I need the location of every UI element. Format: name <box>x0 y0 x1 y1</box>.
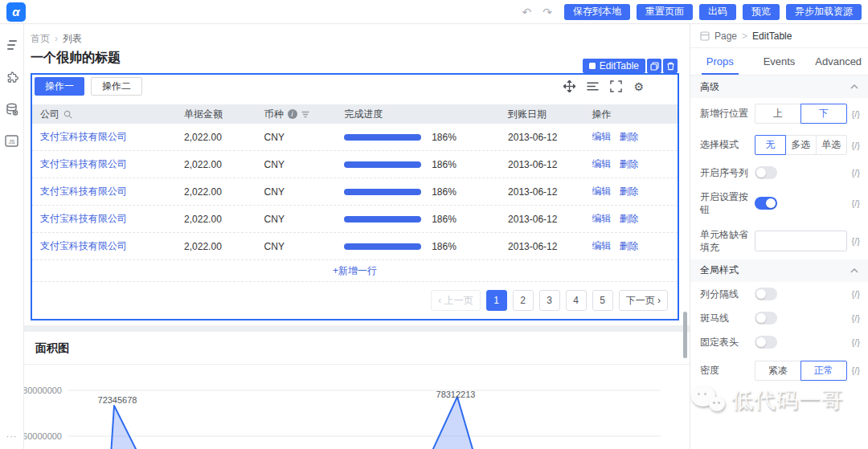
more-menu-icon[interactable]: ··· <box>0 431 23 441</box>
company-link[interactable]: 支付宝科技有限公司 <box>40 130 127 144</box>
edit-table-component[interactable]: EditTable 操作一 操作二 <box>31 73 679 320</box>
collapse-icon[interactable] <box>850 84 858 89</box>
info-icon[interactable]: i <box>288 109 297 119</box>
async-load-resource-button[interactable]: 异步加载资源 <box>786 4 862 20</box>
cell-default-fill-input[interactable] <box>755 231 847 251</box>
frame-select-icon[interactable] <box>610 80 622 92</box>
prop-row-settings-button: 开启设置按钮 {/} <box>690 185 868 222</box>
drag-move-icon[interactable] <box>563 80 575 92</box>
radio-option-compact[interactable]: 紧凑 <box>755 361 801 381</box>
delete-link[interactable]: 删除 <box>620 239 639 253</box>
breadcrumb-separator: › <box>55 33 58 44</box>
components-plugin-icon[interactable] <box>6 71 18 84</box>
edit-link[interactable]: 编辑 <box>592 157 612 171</box>
edit-link[interactable]: 编辑 <box>592 185 612 198</box>
bind-variable-icon[interactable]: {/} <box>852 109 860 119</box>
breadcrumb-current-node[interactable]: EditTable <box>752 31 792 42</box>
bind-variable-icon[interactable]: {/} <box>852 168 860 178</box>
tab-props[interactable]: Props <box>690 48 750 75</box>
gear-icon[interactable]: ⚙ <box>633 81 644 92</box>
area-chart-card[interactable]: 面积图 80000000 60000000 72345678 46337281 … <box>24 332 690 449</box>
prop-label: 开启设置按钮 <box>700 190 750 216</box>
company-link[interactable]: 支付宝科技有限公司 <box>40 212 127 226</box>
breadcrumb-home[interactable]: 首页 <box>31 33 50 44</box>
delete-link[interactable]: 删除 <box>620 185 639 198</box>
bind-variable-icon[interactable]: {/} <box>852 365 860 375</box>
company-link[interactable]: 支付宝科技有限公司 <box>40 239 127 253</box>
column-header-date[interactable]: 到账日期 <box>500 108 583 121</box>
bind-variable-icon[interactable]: {/} <box>852 236 860 246</box>
bind-variable-icon[interactable]: {/} <box>852 289 860 299</box>
pagination-page-5[interactable]: 5 <box>592 290 613 311</box>
component-tag[interactable]: EditTable <box>583 59 645 73</box>
action-two-button[interactable]: 操作二 <box>91 77 142 96</box>
toggle-zebra-stripes[interactable] <box>755 312 777 325</box>
copy-component-button[interactable] <box>647 59 661 73</box>
search-icon[interactable] <box>63 110 72 119</box>
currency-value: CNY <box>264 159 285 170</box>
column-header-ops[interactable]: 操作 <box>584 108 678 121</box>
column-header-progress[interactable]: 完成进度 <box>336 108 500 121</box>
delete-link[interactable]: 删除 <box>620 212 639 226</box>
toggle-index-column[interactable] <box>755 166 777 179</box>
toggle-fixed-header[interactable] <box>755 336 777 349</box>
bind-variable-icon[interactable]: {/} <box>852 141 860 150</box>
radio-option-up[interactable]: 上 <box>755 104 801 124</box>
toggle-knob <box>756 337 766 347</box>
add-row-button[interactable]: +新增一行 <box>32 260 678 282</box>
app-logo-icon[interactable]: α <box>6 2 26 22</box>
edit-link[interactable]: 编辑 <box>592 130 612 144</box>
js-panel-icon[interactable]: JS <box>5 135 18 147</box>
breadcrumb-parent-node[interactable]: Page <box>714 31 737 42</box>
undo-icon[interactable]: ↶ <box>522 6 532 18</box>
toggle-settings-button[interactable] <box>755 197 777 210</box>
datasource-icon[interactable] <box>6 103 18 116</box>
delete-link[interactable]: 删除 <box>620 157 639 171</box>
preview-button[interactable]: 预览 <box>743 4 780 20</box>
chevron-left-icon: ‹ <box>438 295 441 306</box>
action-one-button[interactable]: 操作一 <box>35 77 84 96</box>
toggle-column-divider[interactable] <box>755 288 777 300</box>
outline-tree-icon[interactable] <box>6 39 18 51</box>
save-local-button[interactable]: 保存到本地 <box>564 4 630 20</box>
section-header-advanced[interactable]: 高级 <box>690 76 868 98</box>
export-code-button[interactable]: 出码 <box>699 4 736 20</box>
canvas-scrollbar-thumb[interactable] <box>683 312 687 358</box>
list-settings-icon[interactable] <box>587 81 599 92</box>
radio-option-multi[interactable]: 多选 <box>785 135 817 155</box>
column-header-company[interactable]: 公司 <box>32 108 176 121</box>
pagination-page-2[interactable]: 2 <box>513 290 534 311</box>
radio-option-down[interactable]: 下 <box>800 104 847 124</box>
redo-icon[interactable]: ↷ <box>542 6 552 18</box>
radio-option-single[interactable]: 单选 <box>816 135 847 155</box>
progress-bar <box>344 161 421 168</box>
tab-events[interactable]: Events <box>750 48 809 75</box>
pagination-page-3[interactable]: 3 <box>539 290 560 311</box>
progress-bar <box>344 189 421 195</box>
column-header-amount[interactable]: 单据金额 <box>176 108 256 121</box>
company-link[interactable]: 支付宝科技有限公司 <box>40 185 127 198</box>
radio-option-none[interactable]: 无 <box>755 135 786 155</box>
filter-icon[interactable] <box>301 111 309 118</box>
pagination-page-4[interactable]: 4 <box>566 290 587 311</box>
delete-component-button[interactable] <box>663 59 678 73</box>
delete-link[interactable]: 删除 <box>620 130 639 144</box>
edit-link[interactable]: 编辑 <box>592 212 612 226</box>
toggle-knob <box>766 198 776 208</box>
radio-option-normal[interactable]: 正常 <box>800 361 847 381</box>
top-bar: α ↶ ↷ 保存到本地 重置页面 出码 预览 异步加载资源 <box>0 0 868 24</box>
pagination-next[interactable]: 下一页 › <box>619 290 668 311</box>
edit-link[interactable]: 编辑 <box>592 239 612 253</box>
pagination-page-1[interactable]: 1 <box>486 290 507 311</box>
reset-page-button[interactable]: 重置页面 <box>637 4 693 20</box>
column-header-currency[interactable]: 币种 i <box>256 108 337 121</box>
tab-advanced[interactable]: Advanced <box>809 48 868 75</box>
date-value: 2013-06-12 <box>508 159 557 170</box>
collapse-icon[interactable] <box>850 268 858 273</box>
bind-variable-icon[interactable]: {/} <box>852 337 860 347</box>
bind-variable-icon[interactable]: {/} <box>852 313 860 323</box>
company-link[interactable]: 支付宝科技有限公司 <box>40 157 127 171</box>
section-header-global-style[interactable]: 全局样式 <box>690 259 868 282</box>
bind-variable-icon[interactable]: {/} <box>852 198 860 208</box>
progress-value: 186% <box>432 214 457 225</box>
